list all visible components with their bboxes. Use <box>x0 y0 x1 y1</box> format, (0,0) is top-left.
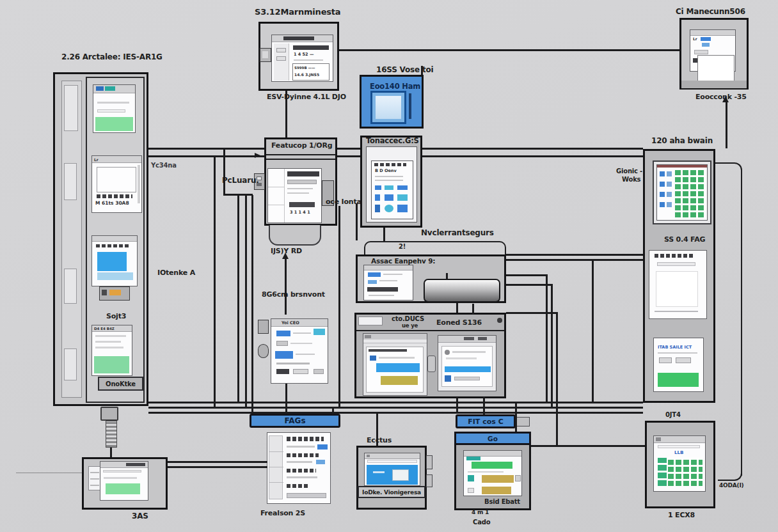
connector-line <box>214 157 216 407</box>
blue-chip <box>375 185 381 190</box>
right-column-screenshot-3: ITAB SAILE ICT <box>653 338 704 392</box>
connector-line <box>506 259 643 261</box>
address-bar[interactable] <box>363 340 427 343</box>
text-line <box>90 478 99 480</box>
header-chip <box>358 317 383 325</box>
cell-divider <box>269 482 283 483</box>
side-connector-block <box>260 48 271 62</box>
blue-icon <box>445 375 451 382</box>
ecx8-label: 1 ECX8 <box>668 511 695 519</box>
divider-knob[interactable] <box>427 356 436 372</box>
tab-chip <box>365 335 371 338</box>
connector-line <box>356 203 358 240</box>
tab-chip <box>656 437 661 441</box>
battery-terminal <box>409 93 411 119</box>
form-left-strip <box>269 435 283 499</box>
bottom-left-screenshot <box>100 461 148 501</box>
connector-line <box>515 402 517 432</box>
blue-chip <box>375 205 380 212</box>
green-button[interactable] <box>658 373 699 387</box>
text-line <box>290 343 312 344</box>
sas-label: 3AS <box>132 512 148 520</box>
address-bar[interactable] <box>657 262 695 266</box>
connector-line <box>148 155 264 157</box>
arrow-right-icon <box>255 153 260 158</box>
connector-line <box>422 148 643 150</box>
blue-chip <box>397 185 408 190</box>
gray-square <box>515 475 521 481</box>
cyan-chip <box>397 194 408 201</box>
four-m-label: 4 m 1 <box>472 509 489 515</box>
fags-button-label: FAGs <box>284 416 305 425</box>
dark-row-dashes <box>287 469 316 473</box>
scrollbar[interactable] <box>138 165 140 203</box>
right-column-title: 120 aha bwain <box>651 136 713 145</box>
connector-line <box>148 407 643 409</box>
form-left-column <box>268 169 285 223</box>
address-bar[interactable] <box>658 445 700 448</box>
battery-module-icon <box>370 91 406 124</box>
side-connector-round <box>258 344 269 358</box>
text-line <box>293 332 311 334</box>
text-line <box>90 472 99 473</box>
text-line <box>287 192 309 194</box>
blue-content-block <box>97 252 127 271</box>
gray-button[interactable] <box>676 357 691 363</box>
blue-chip <box>667 202 672 207</box>
gray-button[interactable] <box>659 357 672 363</box>
eoned-label: Eoned S136 <box>436 318 482 327</box>
text-line <box>379 280 397 281</box>
window-titlebar <box>92 236 137 242</box>
connector-line <box>237 195 239 402</box>
window-titlebar <box>271 319 328 327</box>
text-line <box>97 102 129 104</box>
gold-bar <box>381 376 418 385</box>
text-line <box>95 341 121 343</box>
connector-line <box>456 397 458 412</box>
blue-header-text: ITAB SAILE ICT <box>658 345 692 350</box>
connector-line <box>556 312 558 445</box>
sojt3-label: Sojt3 <box>106 312 126 320</box>
text-line <box>287 188 313 189</box>
top-center-screenshot: 1 4 52 — S999B —— 14.6 3.JNS5 <box>271 35 333 82</box>
go-header[interactable]: Go <box>454 432 531 445</box>
tonaccec-title: Tonaccec.G:S <box>366 136 419 145</box>
blue-module-title: 16SS Vose toi <box>376 65 433 74</box>
blue-chip <box>275 351 293 359</box>
window-titlebar <box>364 265 413 270</box>
teal-chip-icon <box>105 86 115 91</box>
device-port-icon <box>102 290 107 295</box>
blue-chip <box>385 194 393 201</box>
fit-cos-button[interactable]: FIT cos C <box>456 414 516 428</box>
cell-divider <box>268 187 285 187</box>
text-line <box>95 347 123 348</box>
dark-header-chip <box>287 171 319 176</box>
left-browser-screenshot <box>363 333 427 396</box>
cto-ducs-label: cto.DUCS <box>392 315 424 322</box>
window-titlebar <box>690 30 735 36</box>
device-module <box>99 286 130 301</box>
green-bar <box>472 462 512 469</box>
cyan-chip <box>385 185 393 190</box>
overlap-panel <box>697 55 734 83</box>
iodke-label: IoDke. Vionigeresa <box>362 489 421 496</box>
top-right-title: Ci Manecunn506 <box>676 7 745 16</box>
blue-chip-icon <box>96 86 104 91</box>
address-bar[interactable] <box>367 460 417 463</box>
form-title: Yoi CEO <box>282 320 299 325</box>
blue-chip <box>316 460 325 464</box>
gray-button[interactable] <box>694 50 708 54</box>
window-titlebar <box>464 451 521 457</box>
blue-chip <box>660 192 665 197</box>
text-line <box>452 351 486 353</box>
text-line <box>95 335 126 337</box>
dark-row-dashes <box>287 453 319 457</box>
side-tab <box>426 455 433 469</box>
calendar-grid-icon <box>675 170 706 217</box>
fags-button[interactable]: FAGs <box>250 414 340 428</box>
blue-icon <box>370 356 376 361</box>
blue-chip <box>276 331 290 336</box>
featucop-fold <box>269 225 321 246</box>
connector-slot <box>262 51 268 58</box>
bottom-line <box>655 311 698 312</box>
